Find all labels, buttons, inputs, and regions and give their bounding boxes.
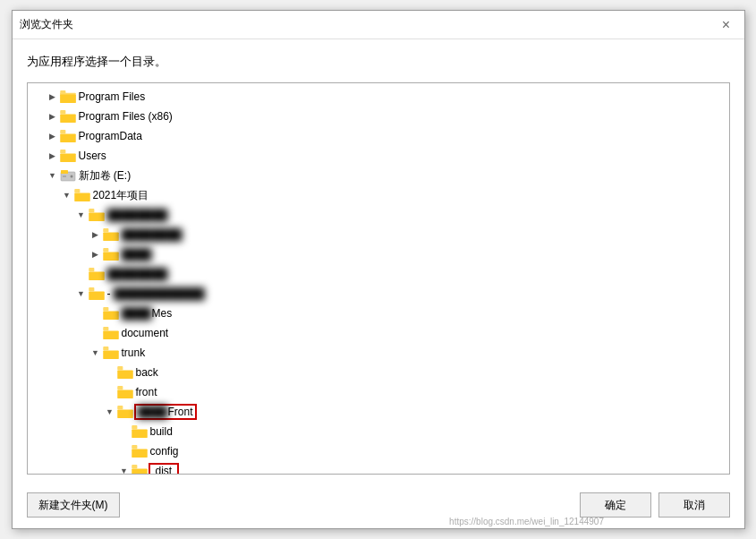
- svg-rect-11: [61, 170, 68, 174]
- folder-tree[interactable]: ▶ Program Files ▶: [27, 82, 730, 475]
- tree-item-blurred-1[interactable]: ▼ ████████: [28, 205, 729, 225]
- tree-item-dist[interactable]: ▼ dist: [28, 461, 729, 475]
- svg-rect-41: [132, 445, 137, 449]
- tree-item-blurred-3[interactable]: ▼ - ████████████: [28, 284, 729, 304]
- item-label-dist: dist: [150, 465, 178, 475]
- tree-item-config[interactable]: ▶ config: [28, 441, 729, 461]
- svg-rect-18: [103, 232, 119, 241]
- item-label-config: config: [150, 445, 179, 458]
- tree-item-blurred-front[interactable]: ▼ ████Front: [28, 402, 729, 422]
- svg-rect-17: [89, 209, 94, 212]
- footer-right: 确定 取消: [580, 492, 730, 518]
- folder-icon: [89, 209, 105, 221]
- tree-item-drive-e[interactable]: ▼ 新加卷 (E:): [28, 166, 729, 185]
- svg-rect-5: [60, 110, 65, 114]
- item-label-mes: ████Mes: [122, 307, 173, 320]
- tree-item-blurred-1a[interactable]: ▶ ████████: [28, 225, 729, 244]
- svg-rect-31: [103, 346, 108, 350]
- title-bar: 浏览文件夹 ×: [13, 11, 744, 39]
- tree-item-document[interactable]: ▶ document: [28, 323, 729, 343]
- item-label-blurred-3: - ████████████: [107, 287, 205, 300]
- svg-rect-21: [103, 248, 108, 252]
- svg-rect-28: [103, 330, 119, 339]
- tree-item-program-data[interactable]: ▶ ProgramData: [28, 126, 729, 146]
- expand-icon: ▶: [46, 129, 60, 143]
- item-label-blurred-1: ████████: [107, 209, 168, 221]
- folder-icon: [117, 366, 133, 379]
- folder-icon: [132, 445, 148, 458]
- tree-item-build[interactable]: ▶ build: [28, 422, 729, 441]
- folder-icon: [103, 228, 119, 241]
- dialog-title: 浏览文件夹: [20, 17, 73, 32]
- item-label-blurred-front: ████Front: [136, 406, 195, 418]
- tree-item-trunk[interactable]: ▼ trunk: [28, 343, 729, 363]
- item-label-program-files: Program Files: [79, 90, 146, 103]
- folder-icon: [60, 150, 76, 162]
- svg-rect-32: [117, 370, 133, 379]
- svg-rect-30: [103, 350, 119, 359]
- tree-item-blurred-1b[interactable]: ▶ ████: [28, 244, 729, 264]
- expand-icon: ▶: [46, 109, 60, 124]
- footer-left: 新建文件夹(M): [27, 492, 120, 518]
- folder-icon: [89, 268, 105, 280]
- folder-icon: [132, 465, 148, 475]
- expand-icon-expanded: ▼: [46, 168, 60, 183]
- item-label-drive-e: 新加卷 (E:): [79, 168, 132, 184]
- folder-icon: [117, 386, 133, 398]
- svg-rect-23: [89, 268, 94, 271]
- folder-icon: [60, 130, 76, 142]
- expand-icon: ▶: [89, 247, 103, 261]
- item-label-document: document: [122, 327, 169, 339]
- tree-item-users[interactable]: ▶ Users: [28, 146, 729, 166]
- svg-point-13: [70, 175, 72, 178]
- tree-item-2021[interactable]: ▼ 2021年项目: [28, 185, 729, 205]
- item-label-blurred-1b: ████: [122, 248, 152, 261]
- tree-item-program-files[interactable]: ▶ Program Files: [28, 87, 729, 107]
- tree-item-front[interactable]: ▶ front: [28, 382, 729, 402]
- svg-rect-16: [89, 212, 105, 221]
- item-label-back: back: [136, 366, 158, 379]
- folder-icon: [132, 425, 148, 438]
- folder-icon: [74, 189, 90, 201]
- folder-icon: [89, 287, 105, 300]
- svg-rect-26: [103, 311, 119, 320]
- new-folder-button[interactable]: 新建文件夹(M): [27, 492, 120, 518]
- expand-icon-expanded: ▼: [103, 405, 117, 419]
- folder-icon: [117, 406, 133, 418]
- expand-icon-expanded: ▼: [117, 464, 132, 475]
- cancel-button[interactable]: 取消: [658, 492, 730, 518]
- svg-rect-12: [63, 175, 66, 177]
- ok-button[interactable]: 确定: [580, 492, 651, 518]
- item-label-front: front: [136, 386, 157, 398]
- item-label-blurred-2: ████████: [107, 268, 168, 280]
- folder-icon: [103, 307, 119, 320]
- svg-rect-39: [132, 425, 137, 429]
- svg-rect-29: [103, 327, 108, 330]
- expand-icon-expanded: ▼: [60, 188, 74, 202]
- expand-icon-expanded: ▼: [89, 346, 103, 360]
- svg-rect-20: [103, 252, 119, 261]
- expand-icon: ▶: [46, 90, 60, 104]
- svg-rect-9: [60, 150, 65, 153]
- dialog-body: 为应用程序选择一个目录。 ▶ Program Files: [13, 39, 744, 482]
- expand-icon: ▶: [46, 149, 60, 163]
- svg-rect-22: [89, 271, 105, 280]
- item-label-trunk: trunk: [122, 346, 146, 359]
- item-label-build: build: [150, 425, 173, 438]
- expand-icon-expanded: ▼: [74, 208, 89, 222]
- tree-item-blurred-2[interactable]: ▶ ████████: [28, 264, 729, 284]
- item-label-program-data: ProgramData: [79, 130, 142, 142]
- folder-icon: [103, 346, 119, 359]
- folder-icon: [103, 248, 119, 261]
- folder-icon: [103, 327, 119, 339]
- dialog-instruction: 为应用程序选择一个目录。: [27, 54, 730, 70]
- item-label-2021: 2021年项目: [93, 188, 149, 203]
- tree-item-program-files-x86[interactable]: ▶ Program Files (x86): [28, 107, 729, 126]
- svg-rect-34: [117, 389, 133, 398]
- tree-item-back[interactable]: ▶ back: [28, 363, 729, 382]
- tree-item-mes[interactable]: ▶ ████Mes: [28, 304, 729, 323]
- svg-rect-38: [132, 429, 148, 438]
- item-label-program-files-x86: Program Files (x86): [79, 110, 173, 123]
- svg-rect-6: [60, 133, 76, 142]
- close-button[interactable]: ×: [716, 14, 737, 36]
